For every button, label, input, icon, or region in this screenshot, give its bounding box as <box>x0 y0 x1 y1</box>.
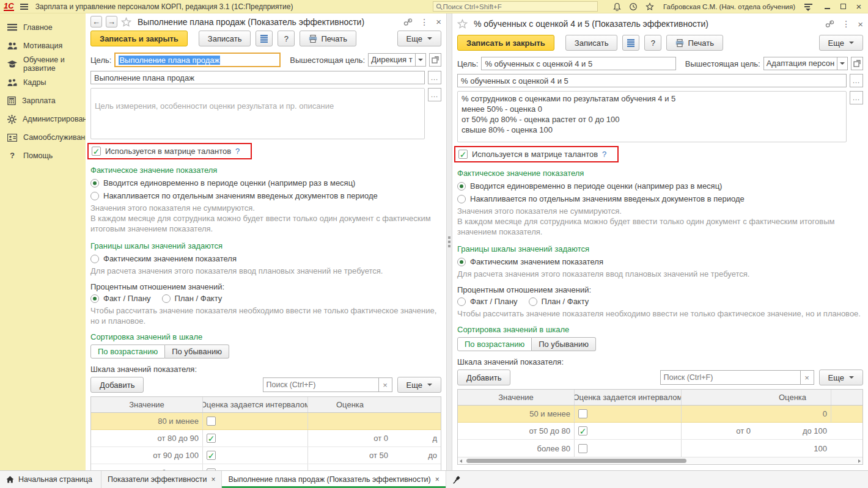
journal-button[interactable] <box>622 35 639 51</box>
radio-accumulated[interactable]: Накапливается по отдельным значениям вве… <box>457 194 863 203</box>
clear-search-icon[interactable]: × <box>801 370 814 385</box>
open-parent-goal-button[interactable] <box>429 53 441 67</box>
favorite-star-icon[interactable] <box>121 17 131 27</box>
history-icon[interactable] <box>628 1 639 12</box>
more-button[interactable]: Еще <box>819 35 863 51</box>
clear-search-icon[interactable]: × <box>379 377 392 392</box>
col-header-value[interactable]: Значение <box>458 390 574 405</box>
col-header-value[interactable]: Значение <box>91 397 202 412</box>
get-link-icon[interactable] <box>825 20 834 28</box>
name-choose-button[interactable]: ... <box>850 74 863 87</box>
global-search-input[interactable] <box>443 3 595 10</box>
col-header-score[interactable]: Оценка <box>754 390 831 405</box>
open-parent-goal-button[interactable] <box>851 57 863 70</box>
table-more-button[interactable]: Еще <box>397 377 441 393</box>
home-page-tab[interactable]: Начальная страница <box>0 471 101 488</box>
table-row[interactable]: от 80 до 90 от 0 д <box>91 430 441 447</box>
sidebar-item-samoobsluzhivanie[interactable]: Самообслуживание <box>0 128 86 147</box>
combo-dropdown-icon[interactable] <box>415 53 426 67</box>
radio-fact-plan[interactable]: Факт / Плану <box>90 294 151 303</box>
col-header-interval[interactable]: Оценка задается интервалом <box>202 397 307 412</box>
favorite-star-icon[interactable] <box>457 19 468 29</box>
more-dots-icon[interactable]: ⋮ <box>420 17 428 27</box>
indicator-name-input[interactable]: Выполнение плана продаж <box>90 71 425 84</box>
parent-goal-combo[interactable]: Адаптация персон <box>763 57 848 70</box>
talent-matrix-checkbox[interactable] <box>92 147 101 156</box>
talent-help-link[interactable]: ? <box>235 147 240 156</box>
description-choose-button[interactable]: ... <box>428 88 441 101</box>
talent-matrix-checkbox[interactable] <box>458 150 468 159</box>
col-header-interval[interactable]: Оценка задается интервалом <box>574 390 681 405</box>
radio-entered-once[interactable]: Вводится единовременно в периоде оценки … <box>457 181 863 191</box>
back-button[interactable]: ← <box>90 16 102 27</box>
window-restore-button[interactable] <box>837 2 848 11</box>
table-row[interactable]: более 80 100 <box>458 440 862 457</box>
scroll-left-icon[interactable] <box>460 459 462 463</box>
panel-splitter[interactable] <box>446 13 452 470</box>
name-choose-button[interactable]: ... <box>428 71 441 84</box>
save-and-close-button[interactable]: Записать и закрыть <box>90 31 188 46</box>
get-link-icon[interactable] <box>403 18 413 26</box>
add-row-button[interactable]: Добавить <box>90 377 144 393</box>
service-menu-icon[interactable] <box>803 1 814 12</box>
interval-checkbox[interactable] <box>207 417 216 426</box>
interval-checkbox[interactable] <box>578 426 587 435</box>
goal-input[interactable]: Выполнение плана продаж <box>114 53 281 67</box>
table-row[interactable]: 80 и менее <box>91 413 441 430</box>
goal-input[interactable]: % обученных с оценкой 4 и 5 <box>481 57 675 70</box>
favorites-star-icon[interactable] <box>645 1 655 12</box>
print-button[interactable]: Печать <box>300 31 356 46</box>
forward-button[interactable]: → <box>106 16 117 27</box>
tab-pokazateli-effektivnosti[interactable]: Показатели эффективности × <box>101 471 222 488</box>
add-row-button[interactable]: Добавить <box>457 370 510 385</box>
interval-checkbox[interactable] <box>578 444 587 453</box>
journal-button[interactable] <box>256 31 273 46</box>
sidebar-item-obuchenie[interactable]: Обучение и развитие <box>0 55 86 73</box>
tab-close-icon[interactable]: × <box>211 475 215 484</box>
radio-fact-plan[interactable]: Факт / Плану <box>457 297 518 306</box>
interval-checkbox[interactable] <box>578 409 587 418</box>
radio-plan-fact[interactable]: План / Факту <box>162 294 223 303</box>
parent-goal-combo[interactable]: Дирекция т <box>368 53 426 67</box>
indicator-name-input[interactable]: % обученных с оценкой 4 и 5 <box>457 74 847 87</box>
help-button[interactable]: ? <box>278 31 295 46</box>
close-window-icon[interactable]: × <box>858 19 863 29</box>
description-choose-button[interactable]: ... <box>850 91 863 104</box>
sort-asc-button[interactable]: По возрастанию <box>90 344 165 359</box>
description-textarea[interactable]: Цель измерения, особенности оценки резул… <box>90 88 425 139</box>
sidebar-item-motivaciya[interactable]: Мотивация <box>0 37 86 55</box>
radio-plan-fact[interactable]: План / Факту <box>529 297 589 306</box>
table-search[interactable]: × <box>263 377 392 392</box>
interval-checkbox[interactable] <box>207 434 216 443</box>
description-textarea[interactable]: % сотрудников с оценками по результатам … <box>457 91 847 142</box>
sidebar-item-zarplata[interactable]: Зарплата <box>0 92 86 110</box>
close-window-icon[interactable]: × <box>436 16 441 27</box>
col-header-score[interactable]: Оценка <box>307 397 392 412</box>
sidebar-item-kadry[interactable]: Кадры <box>0 73 86 92</box>
tab-close-icon[interactable]: × <box>435 475 440 484</box>
more-dots-icon[interactable]: ⋮ <box>842 19 850 29</box>
sort-desc-button[interactable]: По убыванию <box>165 344 229 359</box>
current-user[interactable]: Габровская С.М. (Нач. отдела обучения) <box>663 3 795 10</box>
pin-windows-button[interactable] <box>446 471 466 488</box>
horizontal-scrollbar[interactable] <box>458 457 862 464</box>
save-and-close-button[interactable]: Записать и закрыть <box>457 35 554 51</box>
table-search[interactable]: × <box>660 370 814 385</box>
print-button[interactable]: Печать <box>666 35 723 51</box>
radio-fact-value[interactable]: Фактическим значением показателя <box>457 257 863 266</box>
radio-fact-value[interactable]: Фактическим значением показателя <box>90 254 441 263</box>
notifications-bell-icon[interactable] <box>612 1 622 12</box>
table-search-input[interactable] <box>660 370 801 385</box>
talent-help-link[interactable]: ? <box>602 150 606 159</box>
help-button[interactable]: ? <box>644 35 661 51</box>
table-row[interactable]: от 50 до 80 от 0 до 100 <box>458 423 862 440</box>
table-search-input[interactable] <box>263 377 379 392</box>
table-more-button[interactable]: Еще <box>819 370 863 385</box>
combo-dropdown-icon[interactable] <box>837 57 848 70</box>
window-close-button[interactable]: × <box>853 1 864 12</box>
sidebar-item-administrirovanie[interactable]: Администрирование <box>0 110 86 128</box>
save-button[interactable]: Записать <box>565 35 618 51</box>
table-row[interactable]: от 90 до 100 от 50 до <box>91 447 441 464</box>
global-search[interactable] <box>433 1 598 12</box>
table-row[interactable]: 50 и менее 0 <box>458 406 862 423</box>
